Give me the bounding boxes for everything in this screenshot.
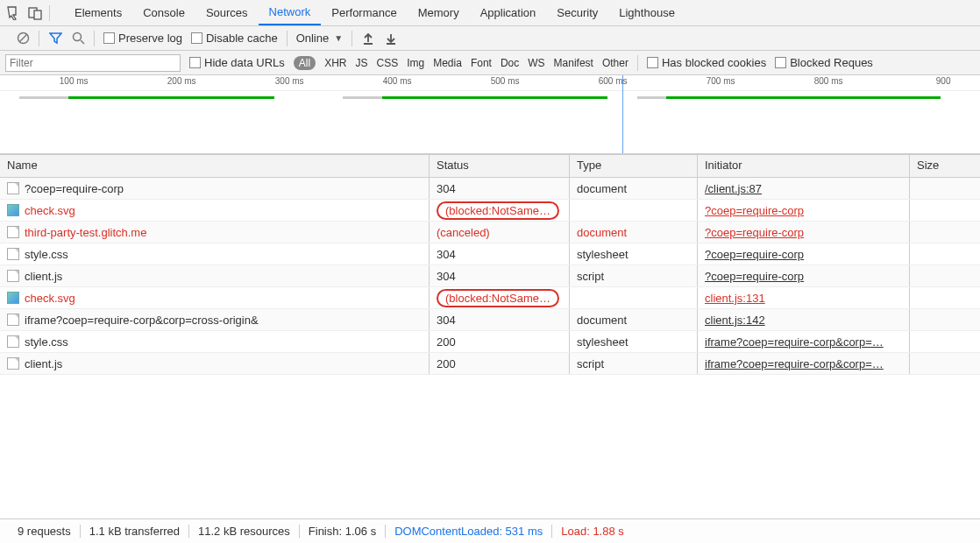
document-file-icon — [7, 270, 19, 282]
overview-tick: 700 ms — [707, 76, 735, 86]
overview-tick: 300 ms — [275, 76, 304, 86]
overview-tick: 900 — [936, 76, 951, 86]
throttling-value: Online — [296, 32, 330, 45]
col-header-initiator[interactable]: Initiator — [698, 155, 910, 177]
request-size — [910, 265, 980, 286]
overview-bar — [666, 96, 941, 99]
table-row[interactable]: third-party-test.glitch.me(canceled)docu… — [0, 222, 980, 243]
request-type: document — [577, 182, 627, 195]
document-file-icon — [7, 248, 19, 260]
overview-scrubber[interactable] — [622, 75, 623, 153]
filter-toggle-icon[interactable] — [48, 32, 62, 46]
panel-tabs: ElementsConsoleSourcesNetworkPerformance… — [64, 0, 685, 25]
checkbox-icon — [189, 57, 201, 68]
tab-network[interactable]: Network — [259, 0, 322, 25]
filter-type-manifest[interactable]: Manifest — [554, 57, 593, 69]
request-status: 304 — [437, 314, 456, 327]
tab-lighthouse[interactable]: Lighthouse — [608, 0, 685, 25]
preserve-log-label: Preserve log — [118, 32, 182, 45]
status-load: Load: 1.88 s — [552, 525, 633, 538]
document-file-icon — [7, 335, 19, 348]
upload-har-icon[interactable] — [361, 32, 375, 46]
initiator-link[interactable]: iframe?coep=require-corp&corp=… — [705, 335, 884, 349]
network-request-table: Name Status Type Initiator Size ?coep=re… — [0, 154, 980, 518]
filter-type-font[interactable]: Font — [471, 57, 492, 69]
disable-cache-checkbox[interactable]: Disable cache — [191, 32, 278, 45]
filter-type-other[interactable]: Other — [602, 57, 628, 69]
checkbox-icon — [103, 32, 115, 44]
filter-input[interactable] — [5, 54, 181, 72]
request-size — [910, 353, 980, 374]
filter-type-img[interactable]: Img — [407, 57, 424, 69]
document-file-icon — [7, 357, 19, 370]
network-overview[interactable]: 100 ms200 ms300 ms400 ms500 ms600 ms700 … — [0, 75, 980, 154]
overview-tick: 800 ms — [814, 76, 843, 86]
col-header-size[interactable]: Size — [910, 155, 980, 177]
table-row[interactable]: check.svg(blocked:NotSame…client.js:131 — [0, 287, 980, 309]
request-size — [910, 331, 980, 352]
initiator-link[interactable]: ?coep=require-corp — [705, 226, 804, 239]
initiator-link[interactable]: iframe?coep=require-corp&corp=… — [705, 357, 884, 370]
overview-bar — [19, 96, 68, 99]
table-row[interactable]: check.svg(blocked:NotSame…?coep=require-… — [0, 200, 980, 222]
tab-elements[interactable]: Elements — [64, 0, 132, 25]
initiator-link[interactable]: ?coep=require-corp — [705, 270, 804, 283]
col-header-status[interactable]: Status — [430, 155, 570, 177]
device-toolbar-icon[interactable] — [28, 6, 42, 20]
hide-data-urls-checkbox[interactable]: Hide data URLs — [189, 56, 285, 69]
tab-application[interactable]: Application — [470, 0, 547, 25]
filter-type-xhr[interactable]: XHR — [324, 57, 346, 69]
table-row[interactable]: style.css200stylesheetiframe?coep=requir… — [0, 331, 980, 353]
table-row[interactable]: client.js304script?coep=require-corp — [0, 265, 980, 287]
preserve-log-checkbox[interactable]: Preserve log — [103, 32, 182, 45]
overview-bar — [68, 96, 274, 99]
col-header-type[interactable]: Type — [570, 155, 698, 177]
divider — [49, 5, 50, 21]
request-size — [910, 222, 980, 243]
table-row[interactable]: client.js200scriptiframe?coep=require-co… — [0, 353, 980, 375]
has-blocked-cookies-checkbox[interactable]: Has blocked cookies — [647, 56, 766, 69]
initiator-link[interactable]: ?coep=require-corp — [705, 248, 804, 261]
inspect-element-icon[interactable] — [7, 6, 21, 20]
overview-bar — [343, 96, 382, 99]
filter-type-media[interactable]: Media — [433, 57, 462, 69]
request-size — [910, 309, 980, 330]
table-row[interactable]: ?coep=require-corp304document/client.js:… — [0, 178, 980, 200]
blocked-requests-checkbox[interactable]: Blocked Reques — [775, 56, 873, 69]
throttling-select[interactable]: Online ▼ — [296, 32, 343, 45]
tab-memory[interactable]: Memory — [408, 0, 470, 25]
tab-console[interactable]: Console — [132, 0, 195, 25]
overview-tick: 500 ms — [491, 76, 520, 86]
col-header-name[interactable]: Name — [0, 155, 430, 177]
overview-bar — [382, 96, 607, 99]
filter-type-all[interactable]: All — [294, 56, 316, 70]
overview-tick: 400 ms — [383, 76, 412, 86]
tab-security[interactable]: Security — [546, 0, 608, 25]
initiator-link[interactable]: ?coep=require-corp — [705, 204, 804, 217]
status-finish: Finish: 1.06 s — [300, 525, 386, 538]
status-blocked-badge: (blocked:NotSame… — [437, 201, 559, 220]
svg-line-3 — [19, 34, 27, 42]
search-icon[interactable] — [71, 32, 85, 46]
divider — [637, 55, 638, 71]
tab-performance[interactable]: Performance — [321, 0, 407, 25]
filter-type-ws[interactable]: WS — [528, 57, 544, 69]
request-type: stylesheet — [577, 248, 628, 261]
table-row[interactable]: iframe?coep=require-corp&corp=cross-orig… — [0, 309, 980, 331]
divider — [352, 31, 352, 46]
initiator-link[interactable]: /client.js:87 — [705, 182, 762, 195]
filter-type-js[interactable]: JS — [355, 57, 367, 69]
divider — [94, 31, 95, 46]
filter-type-css[interactable]: CSS — [376, 57, 398, 69]
filter-type-doc[interactable]: Doc — [501, 57, 519, 69]
tab-sources[interactable]: Sources — [195, 0, 259, 25]
clear-button[interactable] — [16, 32, 30, 46]
table-row[interactable]: style.css304stylesheet?coep=require-corp — [0, 243, 980, 265]
download-har-icon[interactable] — [384, 32, 398, 46]
initiator-link[interactable]: client.js:142 — [705, 314, 765, 327]
network-toolbar: Preserve log Disable cache Online ▼ — [0, 26, 980, 51]
initiator-link[interactable]: client.js:131 — [705, 292, 765, 305]
request-name: style.css — [25, 248, 68, 261]
network-filter-bar: Hide data URLs All XHRJSCSSImgMediaFontD… — [0, 51, 980, 75]
overview-tick: 100 ms — [60, 76, 89, 86]
